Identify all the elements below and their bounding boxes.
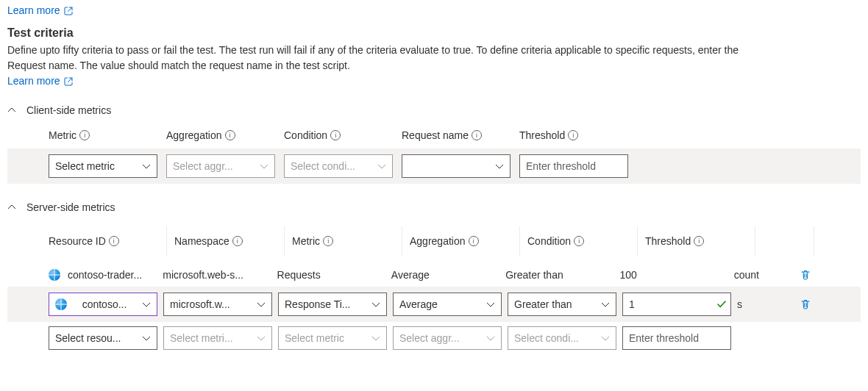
server-row: contoso-trader... microsoft.web-s... Req…: [7, 263, 861, 287]
server-threshold-input[interactable]: [622, 293, 731, 316]
trash-icon: [800, 269, 811, 281]
col-threshold-label: Threshold: [645, 235, 691, 247]
external-link-icon: [64, 7, 73, 15]
checkmark-icon: [716, 299, 727, 309]
chevron-down-icon: [257, 300, 266, 309]
server-aggregation-select[interactable]: Average: [393, 293, 502, 316]
resource-globe-icon: [49, 269, 60, 281]
col-request-name-label: Request name: [402, 129, 469, 141]
info-icon[interactable]: i: [109, 236, 119, 246]
server-threshold-input[interactable]: [622, 326, 731, 350]
server-resource-placeholder: Select resou...: [55, 332, 121, 344]
client-request-name-select[interactable]: [402, 154, 511, 178]
info-icon[interactable]: i: [472, 130, 482, 140]
chevron-down-icon: [377, 162, 386, 171]
client-side-metrics-label: Client-side metrics: [26, 104, 111, 116]
chevron-down-icon: [142, 334, 151, 342]
test-criteria-heading: Test criteria: [7, 26, 861, 40]
col-condition-label: Condition: [527, 235, 571, 247]
chevron-down-icon: [486, 300, 495, 309]
info-icon[interactable]: i: [79, 130, 90, 140]
server-namespace-select[interactable]: Select metri...: [163, 326, 272, 350]
col-metric-label: Metric: [49, 129, 77, 141]
server-resource-value: contoso...: [82, 298, 127, 310]
info-icon[interactable]: i: [323, 236, 333, 246]
client-side-metrics-toggle[interactable]: Client-side metrics: [7, 104, 861, 116]
chevron-down-icon: [495, 162, 504, 171]
server-row: Select resou... Select metri... Select m…: [7, 322, 861, 356]
info-icon[interactable]: i: [330, 130, 341, 140]
server-namespace-value: microsoft.web-s...: [163, 269, 243, 281]
col-aggregation-label: Aggregation: [166, 129, 222, 141]
server-aggregation-placeholder: Select aggr...: [399, 332, 460, 344]
server-metric-value: Requests: [277, 269, 321, 281]
server-resource-select[interactable]: contoso...: [49, 293, 157, 316]
learn-more-link-criteria[interactable]: Learn more: [7, 75, 73, 87]
trash-icon: [800, 298, 811, 310]
chevron-down-icon: [260, 162, 268, 171]
chevron-down-icon: [142, 300, 151, 309]
server-aggregation-value: Average: [399, 298, 438, 310]
chevron-down-icon: [601, 334, 610, 342]
server-namespace-select[interactable]: microsoft.w...: [163, 293, 272, 316]
server-row: contoso... microsoft.w... Response Ti...…: [7, 287, 861, 322]
chevron-down-icon: [142, 162, 151, 171]
server-metric-placeholder: Select metric: [285, 332, 344, 344]
info-icon[interactable]: i: [225, 130, 235, 140]
chevron-up-icon: [7, 203, 16, 212]
external-link-icon: [64, 77, 73, 86]
server-metric-value: Response Ti...: [285, 298, 351, 310]
chevron-down-icon: [257, 334, 266, 342]
col-condition-label: Condition: [284, 129, 327, 141]
server-metric-select[interactable]: Response Ti...: [278, 293, 387, 316]
client-metric-value: Select metric: [55, 160, 115, 172]
server-threshold-value: 100: [619, 269, 636, 281]
info-icon[interactable]: i: [568, 130, 578, 140]
col-resource-id-label: Resource ID: [49, 235, 106, 247]
server-condition-placeholder: Select condi...: [514, 332, 579, 344]
server-side-metrics-label: Server-side metrics: [26, 201, 115, 213]
delete-row-button[interactable]: [800, 298, 811, 310]
server-condition-value: Greater than: [505, 269, 563, 281]
client-aggregation-select[interactable]: Select aggr...: [166, 154, 275, 178]
info-icon[interactable]: i: [694, 236, 704, 246]
client-metric-select[interactable]: Select metric: [49, 154, 157, 178]
client-condition-value: Select condi...: [291, 160, 355, 172]
server-namespace-value: microsoft.w...: [170, 298, 230, 310]
server-condition-select[interactable]: Greater than: [508, 293, 616, 316]
server-aggregation-value: Average: [391, 269, 430, 281]
col-aggregation-label: Aggregation: [410, 235, 466, 247]
server-condition-select[interactable]: Select condi...: [508, 326, 616, 350]
info-icon[interactable]: i: [574, 236, 584, 246]
chevron-up-icon: [7, 106, 16, 115]
col-namespace-label: Namespace: [174, 235, 230, 247]
col-threshold-label: Threshold: [519, 129, 565, 141]
server-unit-value: s: [737, 298, 742, 310]
client-condition-select[interactable]: Select condi...: [284, 154, 393, 178]
client-threshold-input[interactable]: [519, 154, 628, 178]
server-condition-value: Greater than: [514, 298, 572, 310]
info-icon[interactable]: i: [232, 236, 243, 246]
server-namespace-placeholder: Select metri...: [170, 332, 233, 344]
server-aggregation-select[interactable]: Select aggr...: [393, 326, 502, 350]
test-criteria-description: Define upto fifty criteria to pass or fa…: [7, 43, 780, 73]
client-aggregation-value: Select aggr...: [173, 160, 233, 172]
server-resource-value: contoso-trader...: [68, 269, 142, 281]
server-side-metrics-toggle[interactable]: Server-side metrics: [7, 201, 861, 213]
chevron-down-icon: [601, 300, 610, 309]
chevron-down-icon: [486, 334, 495, 342]
server-metric-select[interactable]: Select metric: [278, 326, 387, 350]
chevron-down-icon: [371, 300, 380, 309]
learn-more-label: Learn more: [7, 75, 60, 87]
server-unit-value: count: [734, 269, 759, 281]
info-icon[interactable]: i: [469, 236, 479, 246]
resource-globe-icon: [55, 298, 67, 310]
server-resource-select[interactable]: Select resou...: [49, 326, 157, 350]
learn-more-link-top[interactable]: Learn more: [7, 4, 73, 16]
chevron-down-icon: [371, 334, 380, 342]
learn-more-label: Learn more: [7, 4, 60, 16]
delete-row-button[interactable]: [800, 269, 811, 281]
col-metric-label: Metric: [292, 235, 320, 247]
